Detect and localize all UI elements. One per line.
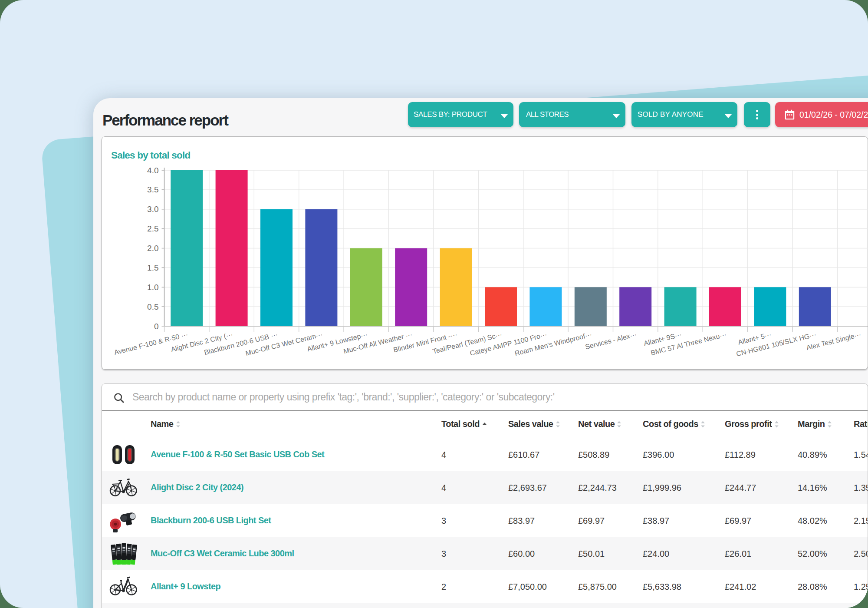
svg-text:Services - Alex···: Services - Alex··· xyxy=(585,330,638,350)
svg-text:1.5: 1.5 xyxy=(147,263,158,272)
svg-text:Cateye AMPP 1100 Fro···: Cateye AMPP 1100 Fro··· xyxy=(469,330,548,357)
svg-text:3.5: 3.5 xyxy=(147,185,158,194)
svg-text:0: 0 xyxy=(154,322,159,331)
svg-text:CN-HG601 105/SLX HG···: CN-HG601 105/SLX HG··· xyxy=(736,330,817,357)
svg-text:2.0: 2.0 xyxy=(147,244,158,253)
svg-text:Blackburn 200-6 USB ···: Blackburn 200-6 USB ··· xyxy=(203,330,278,356)
svg-text:Muc-Off C3 Wet Ceram···: Muc-Off C3 Wet Ceram··· xyxy=(245,330,323,357)
svg-text:BMC 57 Al Three Nexu···: BMC 57 Al Three Nexu··· xyxy=(650,330,727,357)
svg-text:Roam Men's Windproof···: Roam Men's Windproof··· xyxy=(514,330,592,357)
svg-text:0.5: 0.5 xyxy=(147,302,158,311)
svg-text:2.5: 2.5 xyxy=(147,224,158,233)
svg-text:Avenue F-100 & R-50 ···: Avenue F-100 & R-50 ··· xyxy=(113,330,189,356)
svg-text:4.0: 4.0 xyxy=(147,166,158,175)
svg-text:3.0: 3.0 xyxy=(147,205,158,214)
svg-text:1.0: 1.0 xyxy=(147,283,158,292)
